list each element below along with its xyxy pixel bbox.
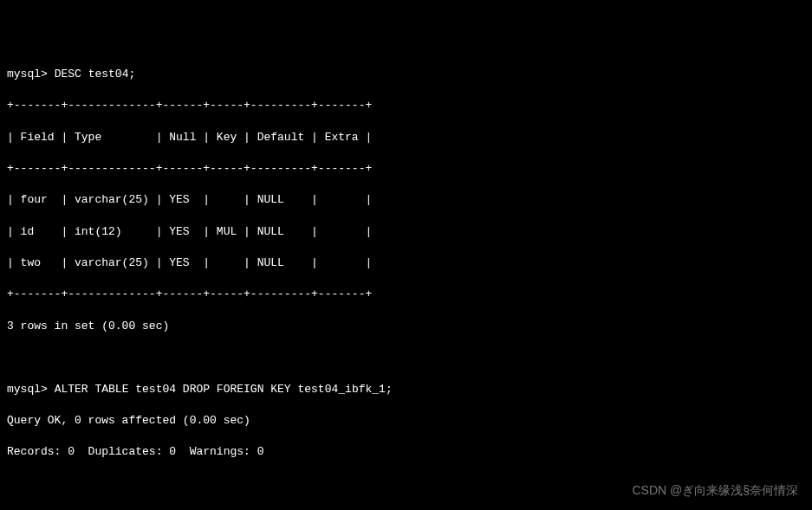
watermark: CSDN @ぎ向来缘浅§奈何情深 xyxy=(632,482,798,500)
command: ALTER TABLE test04 DROP FOREIGN KEY test… xyxy=(55,383,393,396)
table-row: | id | int(12) | YES | MUL | NULL | | xyxy=(7,224,805,240)
cmd-line-1: mysql> DESC test04; xyxy=(7,67,805,82)
query-ok: Query OK, 0 rows affected (0.00 sec) xyxy=(7,413,805,429)
table-border-mid: +-------+-------------+------+-----+----… xyxy=(7,161,805,177)
prompt: mysql> xyxy=(7,383,48,396)
records-line: Records: 0 Duplicates: 0 Warnings: 0 xyxy=(7,444,805,460)
cmd-line-2: mysql> ALTER TABLE test04 DROP FOREIGN K… xyxy=(7,382,805,397)
blank-line xyxy=(7,350,805,365)
table-row: | four | varchar(25) | YES | | NULL | | xyxy=(7,192,805,208)
table-border-bottom: +-------+-------------+------+-----+----… xyxy=(7,287,805,302)
table-header: | Field | Type | Null | Key | Default | … xyxy=(7,130,805,145)
table-row: | two | varchar(25) | YES | | NULL | | xyxy=(7,255,805,271)
command: DESC test04; xyxy=(55,68,136,81)
prompt: mysql> xyxy=(7,68,48,81)
rows-summary: 3 rows in set (0.00 sec) xyxy=(7,319,805,334)
table-border-top: +-------+-------------+------+-----+----… xyxy=(7,98,805,113)
